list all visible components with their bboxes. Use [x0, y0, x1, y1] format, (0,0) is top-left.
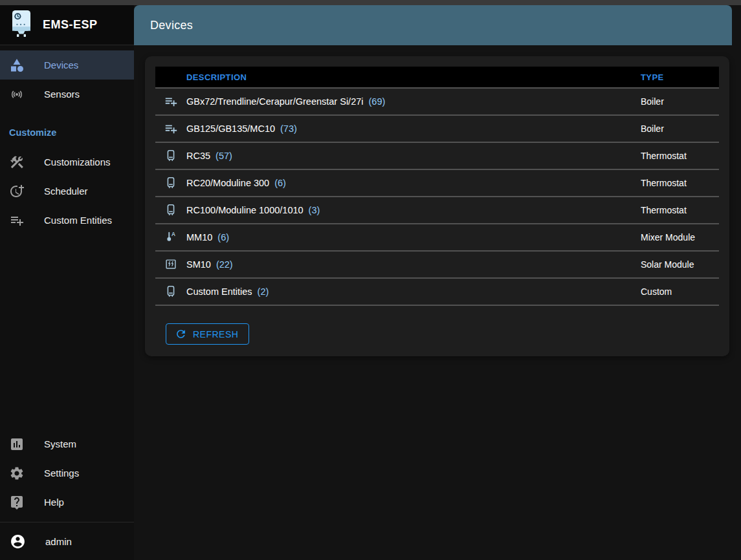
devices-table: DESCRIPTION TYPE GBx72/Trendline/Cerapur…	[155, 67, 719, 306]
sidebar-item-label: Sensors	[44, 89, 80, 100]
sidebar-item-label: Custom Entities	[44, 215, 112, 226]
device-type: Thermostat	[641, 178, 719, 188]
window-top-strip	[0, 0, 741, 5]
sidebar-nav-customize: Customizations Scheduler Custom Entities	[0, 147, 134, 235]
entity-count: (3)	[309, 205, 320, 215]
device-name: RC35	[186, 151, 210, 161]
gear-icon	[9, 466, 25, 481]
sidebar-item-label: Devices	[44, 59, 78, 70]
playlist-add-icon	[9, 213, 25, 228]
wall-module-icon	[155, 203, 186, 217]
sensors-icon	[9, 87, 25, 102]
page-header: Devices	[134, 5, 732, 45]
sidebar-item-label: Help	[44, 497, 64, 508]
device-name: GB125/GB135/MC10	[186, 124, 275, 134]
column-header-description: DESCRIPTION	[186, 72, 641, 82]
sidebar-item-label: Customizations	[44, 156, 111, 167]
sidebar-item-help[interactable]: Help	[0, 488, 134, 517]
device-type: Boiler	[641, 124, 719, 134]
solar-module-icon	[155, 257, 186, 272]
entity-count: (2)	[258, 286, 269, 297]
table-row[interactable]: RC35(57) Thermostat	[155, 143, 719, 170]
column-header-type: TYPE	[641, 72, 719, 82]
table-row[interactable]: SM10(22) Solar Module	[155, 252, 719, 279]
app-title: EMS-ESP	[43, 18, 98, 32]
playlist-add-icon	[155, 94, 186, 109]
devices-card: DESCRIPTION TYPE GBx72/Trendline/Cerapur…	[145, 56, 729, 356]
refresh-button-label: REFRESH	[193, 329, 238, 339]
table-row[interactable]: A MM10(6) Mixer Module	[155, 224, 719, 252]
sidebar-nav-main: Devices Sensors	[0, 45, 134, 109]
table-row[interactable]: RC100/Moduline 1000/1010(3) Thermostat	[155, 197, 719, 224]
refresh-icon	[175, 328, 187, 340]
sidebar-nav-bottom: System Settings Help	[0, 429, 134, 517]
sidebar-item-custom-entities[interactable]: Custom Entities	[0, 206, 134, 235]
sidebar-item-scheduler[interactable]: Scheduler	[0, 177, 134, 206]
table-row[interactable]: GB125/GB135/MC10(73) Boiler	[155, 116, 719, 143]
user-label: admin	[45, 536, 72, 547]
sidebar-subheader-customize: Customize	[0, 118, 134, 147]
device-name: GBx72/Trendline/Cerapur/Greenstar Si/27i	[186, 96, 363, 107]
refresh-button[interactable]: REFRESH	[166, 323, 249, 345]
page-title: Devices	[150, 19, 193, 32]
sidebar-spacer	[0, 235, 134, 429]
device-name: MM10	[186, 232, 212, 242]
entity-count: (6)	[274, 178, 286, 188]
sidebar-item-sensors[interactable]: Sensors	[0, 80, 134, 109]
svg-text:A: A	[171, 232, 175, 237]
device-name: RC100/Moduline 1000/1010	[186, 205, 304, 215]
entity-count: (6)	[217, 232, 229, 242]
sidebar-item-system[interactable]: System	[0, 429, 134, 458]
sidebar-item-settings[interactable]: Settings	[0, 458, 134, 488]
boiler-logo-icon	[10, 10, 32, 40]
playlist-add-icon	[155, 122, 186, 136]
sidebar-item-customizations[interactable]: Customizations	[0, 147, 134, 177]
device-type: Mixer Module	[641, 232, 719, 242]
account-circle-icon	[9, 533, 26, 550]
construction-icon	[9, 155, 25, 170]
sidebar-item-label: System	[44, 438, 76, 449]
entity-count: (69)	[368, 96, 385, 107]
device-type: Solar Module	[641, 259, 719, 270]
more-time-icon	[9, 184, 25, 199]
table-row[interactable]: GBx72/Trendline/Cerapur/Greenstar Si/27i…	[155, 89, 719, 116]
sidebar-item-label: Scheduler	[44, 186, 88, 197]
live-help-icon	[9, 495, 25, 510]
entity-count: (73)	[280, 124, 297, 134]
sidebar: EMS-ESP Devices	[0, 5, 134, 560]
device-name: Custom Entities	[186, 286, 252, 297]
sidebar-item-devices[interactable]: Devices	[0, 50, 134, 80]
device-type: Custom	[641, 286, 719, 297]
wall-module-icon	[155, 285, 186, 299]
sidebar-item-label: Settings	[44, 468, 79, 479]
device-name: RC20/Moduline 300	[186, 178, 269, 188]
entity-count: (57)	[216, 151, 232, 161]
table-row[interactable]: Custom Entities(2) Custom	[155, 279, 719, 306]
app-logo-band: EMS-ESP	[0, 5, 134, 45]
table-header-row: DESCRIPTION TYPE	[155, 67, 719, 89]
device-type: Thermostat	[641, 151, 719, 161]
thermostat-auto-icon: A	[155, 230, 186, 244]
assessment-icon	[9, 436, 25, 452]
wall-module-icon	[155, 176, 186, 190]
device-type: Thermostat	[641, 205, 719, 215]
entity-count: (22)	[216, 259, 233, 270]
device-name: SM10	[186, 259, 211, 270]
category-icon	[9, 58, 25, 73]
sidebar-user-admin[interactable]: admin	[0, 522, 134, 560]
table-row[interactable]: RC20/Moduline 300(6) Thermostat	[155, 170, 719, 197]
wall-module-icon	[155, 149, 186, 163]
device-type: Boiler	[641, 96, 719, 107]
